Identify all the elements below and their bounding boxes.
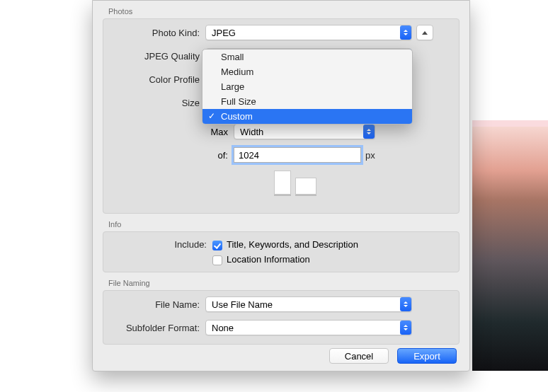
- subfolder-format-select[interactable]: None: [205, 320, 412, 335]
- location-checkbox[interactable]: [212, 255, 222, 265]
- size-option-large[interactable]: Large: [202, 79, 412, 94]
- file-name-value: Use File Name: [212, 299, 397, 310]
- file-name-label: File Name:: [110, 299, 205, 310]
- filenaming-panel: File Name: Use File Name Subfolder Forma…: [103, 290, 459, 345]
- size-option-small[interactable]: Small: [202, 50, 412, 64]
- max-dimension-select[interactable]: Width: [234, 124, 375, 139]
- subfolder-format-label: Subfolder Format:: [110, 323, 205, 333]
- photo-kind-value: JPEG: [212, 28, 397, 38]
- max-label: Max: [205, 127, 234, 137]
- collapse-button[interactable]: [416, 25, 433, 40]
- of-label: of:: [205, 150, 234, 161]
- updown-caret-icon: [400, 321, 411, 335]
- desktop-wallpaper-edge: [472, 120, 548, 127]
- size-label: Size: [110, 98, 205, 108]
- location-label: Location Information: [227, 254, 310, 265]
- max-dimension-value: Width: [240, 127, 360, 137]
- desktop-wallpaper: [472, 127, 548, 371]
- section-filenaming-label: File Naming: [93, 272, 469, 290]
- size-value-input[interactable]: [234, 147, 361, 163]
- title-keywords-checkbox[interactable]: [212, 241, 222, 250]
- landscape-preview-icon: [295, 178, 316, 195]
- size-dropdown-popup: Small Medium Large Full Size Custom: [202, 49, 413, 125]
- size-option-fullsize[interactable]: Full Size: [202, 94, 412, 109]
- chevron-up-icon: [422, 31, 428, 35]
- updown-caret-icon: [400, 297, 411, 311]
- file-name-select[interactable]: Use File Name: [205, 296, 412, 312]
- px-unit-label: px: [365, 150, 375, 161]
- title-keywords-label: Title, Keywords, and Description: [227, 239, 358, 250]
- photo-kind-select[interactable]: JPEG: [205, 25, 412, 40]
- size-option-custom[interactable]: Custom: [202, 109, 412, 124]
- updown-caret-icon: [363, 125, 375, 139]
- export-button[interactable]: Export: [397, 348, 457, 364]
- color-profile-label: Color Profile: [110, 74, 205, 85]
- section-photos-label: Photos: [93, 1, 469, 18]
- include-label: Include:: [110, 239, 212, 250]
- subfolder-format-value: None: [212, 323, 397, 333]
- custom-size-panel: Max Width of: px: [110, 118, 452, 202]
- size-option-medium[interactable]: Medium: [202, 64, 412, 79]
- cancel-button[interactable]: Cancel: [329, 348, 389, 364]
- info-panel: Include: Title, Keywords, and Descriptio…: [103, 231, 459, 272]
- updown-caret-icon: [400, 25, 411, 40]
- jpeg-quality-label: JPEG Quality: [110, 51, 205, 62]
- portrait-preview-icon: [274, 171, 291, 195]
- photo-kind-label: Photo Kind:: [110, 28, 205, 38]
- section-info-label: Info: [93, 214, 469, 231]
